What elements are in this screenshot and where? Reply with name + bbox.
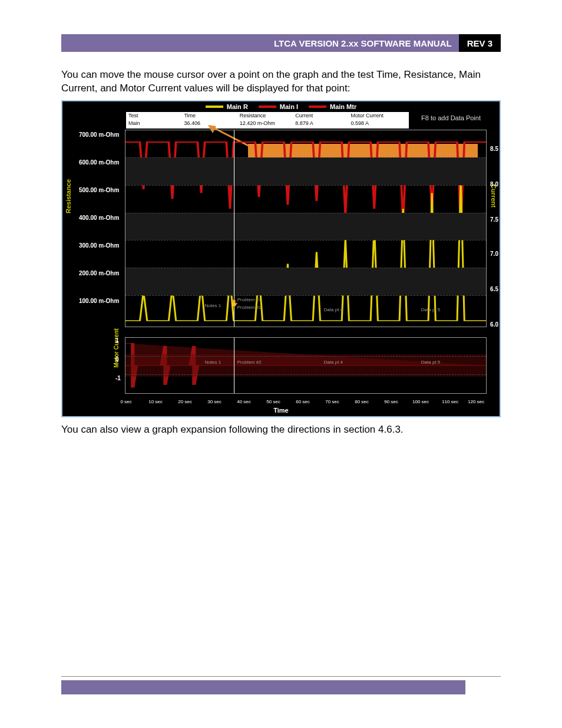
tooltip-value-motor: 0.598 A [351, 120, 406, 128]
annot-motor-data5: Data pt 5 [421, 360, 440, 365]
x-tick: 10 sec [148, 399, 163, 404]
cursor-line-motor [234, 338, 234, 393]
x-tick: 20 sec [178, 399, 192, 404]
annot-motor-problem2: Problem #2 [237, 360, 262, 365]
footer: 50 [61, 676, 501, 694]
y-axis-label-resistance: Resistance [65, 179, 72, 213]
tooltip-value-test: Main [128, 120, 184, 128]
y-tick: 300.00 m-Ohm [79, 242, 119, 248]
main-plot-area[interactable]: ✋ Notes 1 Problem #1 Problem #2 Data pt … [125, 130, 487, 327]
motor-plot-area[interactable]: Notes 1 Problem #2 Data pt 4 Data pt 5 [125, 337, 487, 394]
x-tick: 60 sec [296, 399, 310, 404]
legend-label-main-mtr: Main Mtr [330, 103, 356, 110]
y-tick: 200.00 m-Ohm [79, 269, 119, 276]
motor-y-tick: 1 [115, 337, 119, 343]
y-tick-r: 7.5 [490, 216, 498, 222]
x-tick: 110 sec [442, 399, 458, 404]
legend-swatch-main-mtr [309, 106, 326, 108]
graph[interactable]: Main R Main I Main Mtr Test Time Resista… [61, 100, 501, 417]
y-tick: 500.00 m-Ohm [79, 186, 119, 193]
tooltip-header-resistance: Resistance [240, 113, 295, 120]
x-tick: 40 sec [237, 399, 251, 404]
add-data-point-hint: F8 to add Data Point [421, 114, 481, 121]
paragraph-outro: You can also view a graph expansion foll… [61, 423, 501, 437]
y-tick-r: 6.5 [490, 285, 498, 292]
y-axis-label-current: Current [490, 184, 497, 207]
annot-motor-data4: Data pt 4 [324, 360, 343, 365]
y-tick-r: 8.0 [490, 180, 498, 187]
paragraph-intro: You can move the mouse cursor over a poi… [61, 68, 501, 95]
motor-y-tick: -1 [115, 374, 121, 381]
x-tick: 70 sec [325, 399, 339, 404]
y-tick-r: 7.0 [490, 250, 498, 256]
x-tick: 90 sec [384, 399, 398, 404]
annot-problem2: Problem #2 [237, 305, 262, 310]
page-number: 50 [465, 680, 501, 694]
cursor-tooltip: Test Time Resistance Current Motor Curre… [126, 112, 409, 129]
motor-y-tick: 0 [115, 355, 119, 362]
annot-data4: Data pt 4 [324, 307, 343, 312]
y-tick: 700.00 m-Ohm [79, 131, 119, 137]
legend-label-main-r: Main R [227, 103, 248, 110]
y-tick: 400.00 m-Ohm [79, 214, 119, 220]
annot-problem1: Problem #1 [237, 297, 262, 302]
tooltip-header-motor: Motor Current [351, 113, 406, 120]
motor-plot-svg [125, 338, 486, 393]
x-tick: 80 sec [355, 399, 369, 404]
y-tick-r: 6.0 [490, 321, 498, 327]
tooltip-header-test: Test [128, 113, 184, 120]
svg-rect-2 [125, 354, 486, 377]
footer-bar [61, 680, 465, 694]
x-tick: 100 sec [412, 399, 429, 404]
tooltip-header-current: Current [295, 113, 351, 120]
header-bar: LTCA VERSION 2.xx SOFTWARE MANUAL REV 3 [61, 34, 501, 52]
annot-data5: Data pt 5 [421, 307, 440, 312]
x-tick: 50 sec [266, 399, 280, 404]
legend-swatch-main-r [206, 106, 223, 108]
x-tick: 120 sec [468, 399, 484, 404]
annot-motor-notes1: Notes 1 [205, 360, 222, 365]
tooltip-header-time: Time [184, 113, 239, 120]
y-tick: 100.00 m-Ohm [79, 297, 119, 304]
legend-swatch-main-i [259, 106, 276, 108]
tooltip-value-current: 8.879 A [295, 120, 351, 128]
header-title: LTCA VERSION 2.xx SOFTWARE MANUAL [61, 34, 459, 52]
x-tick: 30 sec [207, 399, 222, 404]
header-rev: REV 3 [459, 34, 501, 52]
annot-notes1: Notes 1 [205, 303, 222, 308]
y-tick-r: 8.5 [490, 145, 498, 151]
chart-legend: Main R Main I Main Mtr [62, 103, 500, 111]
x-tick: 0 sec [120, 399, 131, 404]
cursor-line [234, 130, 234, 327]
x-axis-label-time: Time [62, 407, 500, 414]
legend-label-main-i: Main I [280, 103, 298, 110]
y-tick: 600.00 m-Ohm [79, 159, 119, 165]
